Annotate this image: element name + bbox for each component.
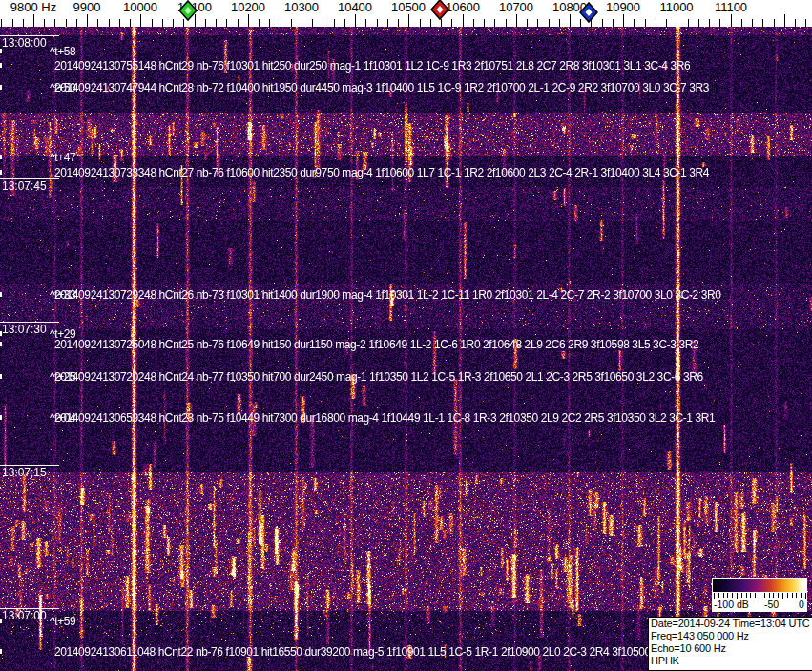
status-station-id: HPHK (651, 655, 812, 667)
red-diamond-marker[interactable] (430, 0, 449, 24)
freq-tick (784, 14, 785, 27)
time-axis-label: 13:07:00 (2, 609, 47, 622)
freq-tick (677, 14, 677, 27)
colorbar-tick (778, 593, 779, 598)
freq-tick (688, 19, 689, 27)
freq-tick (516, 14, 517, 27)
echo-annotation-text: 20140924130729248 hCnt26 nb-73 f10301 hi… (54, 288, 721, 302)
colorbar-tick (801, 593, 802, 598)
colorbar-tick (750, 593, 751, 598)
frequency-axis: 9800 Hz990010000101001020010300104001050… (0, 0, 812, 27)
spectrogram-window: 9800 Hz990010000101001020010300104001050… (0, 0, 812, 671)
colorbar-tick (723, 593, 724, 598)
freq-tick (752, 19, 753, 27)
time-edge-mark (0, 331, 2, 336)
time-edge-mark (0, 292, 2, 297)
time-axis-label: 13:07:30 (2, 323, 47, 336)
time-edge-mark (0, 374, 2, 379)
freq-tick (559, 19, 560, 27)
freq-tick (355, 14, 356, 27)
freq-tick (140, 14, 141, 27)
freq-tick (549, 19, 550, 27)
freq-tick (387, 19, 388, 27)
freq-tick (774, 19, 775, 27)
colorbar-tick (718, 593, 719, 598)
colorbar-tick (773, 593, 774, 598)
time-edge-mark (0, 342, 2, 346)
colorbar-legend: -100 dB -50 0 (712, 578, 807, 612)
freq-tick (226, 19, 227, 27)
time-edge-mark (0, 85, 2, 90)
freq-tick (719, 19, 720, 27)
time-edge-mark (0, 155, 2, 159)
freq-tick (741, 19, 742, 27)
time-edge-mark (0, 63, 2, 68)
freq-tick (130, 19, 131, 27)
freq-tick (666, 19, 667, 27)
colorbar-tick (764, 593, 765, 598)
status-echo: Echo=10 600 Hz (651, 642, 812, 655)
freq-tick (463, 14, 464, 27)
echo-annotation-text: 20140924130733348 hCnt27 nb-76 f10600 hi… (54, 166, 709, 179)
freq-tick (494, 19, 495, 27)
colorbar-tick (787, 593, 788, 598)
status-frequency: Freq=143 050 000 Hz (651, 630, 812, 642)
green-diamond-marker[interactable] (178, 0, 198, 25)
freq-tick (634, 19, 635, 27)
freq-tick (323, 19, 323, 27)
freq-tick (698, 19, 699, 27)
freq-tick (44, 19, 45, 27)
freq-tick (269, 19, 270, 27)
echo-annotation-text: 20140924130747944 hCnt28 nb-72 f10400 hi… (54, 81, 709, 94)
colorbar-gradient (713, 579, 806, 592)
echo-annotation-text: 20140924130725048 hCnt25 nb-76 f10649 hi… (54, 338, 698, 351)
freq-tick (66, 19, 67, 27)
freq-tick (97, 19, 98, 27)
colorbar-tick (755, 593, 756, 598)
colorbar-tick (760, 593, 760, 599)
colorbar-label-min: -100 dB (714, 598, 749, 610)
freq-tick (33, 14, 34, 27)
freq-tick (731, 14, 732, 27)
time-edge-mark (0, 649, 2, 654)
colorbar-tick (805, 593, 806, 599)
freq-tick (527, 19, 528, 27)
colorbar-tick (792, 593, 793, 598)
freq-tick (805, 19, 806, 27)
freq-tick (205, 19, 206, 27)
colorbar-tick (782, 593, 783, 599)
freq-tick (238, 19, 239, 27)
status-info-box: Date=2014-09-24 Time=13:04 UTC Freq=143 … (648, 617, 812, 671)
colorbar-tick (727, 593, 728, 598)
colorbar-tick (732, 593, 733, 598)
freq-tick (259, 19, 260, 27)
freq-tick (248, 14, 249, 27)
freq-tick (334, 19, 335, 27)
freq-tick (216, 19, 217, 27)
freq-tick (312, 19, 313, 27)
echo-annotation-text: 20140924130659348 hCnt23 nb-75 f10449 hi… (54, 411, 715, 425)
freq-tick-label: 11100 (697, 0, 764, 14)
echo-annotation-text: 20140924130611048 hCnt22 nb-76 f10901 hi… (54, 645, 672, 659)
freq-tick (420, 19, 421, 27)
colorbar-tick (746, 593, 747, 598)
freq-tick (613, 19, 614, 27)
echo-annotation-marker: ^t+58 (50, 45, 75, 58)
freq-tick (709, 19, 710, 27)
freq-tick (87, 14, 88, 27)
colorbar-tick (769, 593, 770, 598)
colorbar-tick (741, 593, 742, 598)
time-axis-label: 13:07:45 (2, 179, 47, 193)
freq-tick (537, 19, 538, 27)
freq-tick (162, 19, 163, 27)
time-edge-mark (0, 49, 2, 53)
freq-tick (451, 19, 452, 27)
freq-tick (119, 19, 120, 27)
freq-tick (302, 14, 302, 27)
time-edge-mark (0, 415, 2, 420)
blue-diamond-marker[interactable] (579, 2, 598, 27)
freq-tick (109, 19, 110, 27)
freq-tick (795, 19, 796, 27)
freq-tick (173, 19, 174, 27)
freq-tick (12, 19, 13, 27)
